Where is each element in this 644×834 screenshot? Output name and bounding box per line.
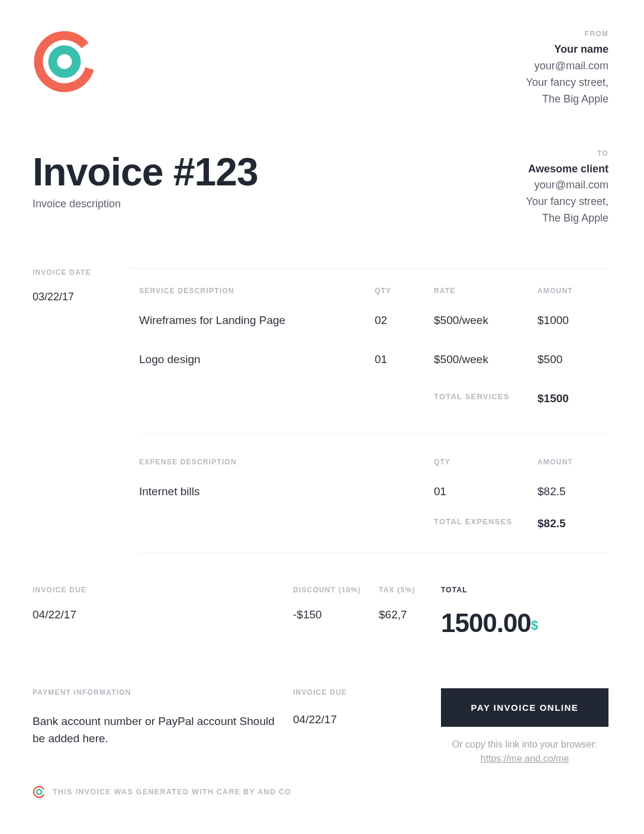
service-row: Wireframes for Landing Page 02 $500/week… (139, 314, 608, 327)
tax-value: $62,7 (379, 608, 441, 621)
services-table: SERVICE DESCRIPTION QTY RATE AMOUNT Wire… (139, 287, 608, 405)
summary-due: 04/22/17 (33, 608, 293, 621)
svg-point-1 (53, 50, 76, 73)
expense-row: Internet bills 01 $82.5 (139, 485, 608, 498)
logo (33, 30, 96, 96)
expenses-table: EXPENSE DESCRIPTION QTY AMOUNT Internet … (139, 458, 608, 530)
service-amount: $500 (537, 353, 608, 366)
invoice-title: Invoice #123 (33, 149, 258, 194)
service-rate: $500/week (434, 314, 537, 327)
pay-invoice-button[interactable]: PAY INVOICE ONLINE (441, 688, 608, 727)
to-name: Awesome client (526, 161, 608, 178)
to-street: Your fancy street, (526, 194, 608, 210)
expenses-header-desc: EXPENSE DESCRIPTION (139, 458, 434, 466)
to-label: TO (526, 149, 608, 158)
service-rate: $500/week (434, 353, 537, 366)
services-header-desc: SERVICE DESCRIPTION (139, 287, 375, 295)
service-desc: Wireframes for Landing Page (139, 314, 375, 327)
from-name: Your name (526, 41, 608, 58)
service-amount: $1000 (537, 314, 608, 327)
from-city: The Big Apple (526, 91, 608, 108)
payment-due: 04/22/17 (293, 713, 441, 726)
to-email: your@mail.com (526, 177, 608, 194)
service-qty: 02 (375, 314, 434, 327)
to-block: TO Awesome client your@mail.com Your fan… (526, 149, 608, 227)
copy-link-prefix: Or copy this link into your browser: (452, 739, 597, 749)
service-row: Logo design 01 $500/week $500 (139, 353, 608, 366)
total-currency: $ (531, 618, 538, 633)
to-city: The Big Apple (526, 210, 608, 227)
expenses-header-amount: AMOUNT (537, 458, 608, 466)
tax-label: TAX (5%) (379, 586, 441, 594)
expense-qty: 01 (434, 485, 537, 498)
expenses-total: $82.5 (537, 517, 608, 530)
service-qty: 01 (375, 353, 434, 366)
expense-amount: $82.5 (537, 485, 608, 498)
payment-info-label: PAYMENT INFORMATION (33, 688, 275, 697)
footer-logo-icon (33, 785, 46, 798)
services-total: $1500 (537, 392, 608, 405)
invoice-date-label: INVOICE DATE (33, 268, 130, 277)
expenses-header-qty: QTY (434, 458, 537, 466)
summary-due-label: INVOICE DUE (33, 586, 293, 594)
svg-point-0 (35, 32, 94, 91)
from-street: Your fancy street, (526, 75, 608, 91)
service-desc: Logo design (139, 353, 375, 366)
services-header-qty: QTY (375, 287, 434, 295)
invoice-description: Invoice description (33, 198, 258, 210)
invoice-title-block: Invoice #123 Invoice description (33, 149, 258, 210)
footer-text: THIS INVOICE WAS GENERATED WITH CARE BY … (53, 788, 291, 796)
payment-info-text: Bank account number or PayPal account Sh… (33, 713, 275, 747)
copy-link-text: Or copy this link into your browser: htt… (441, 737, 608, 766)
from-label: FROM (526, 30, 608, 38)
total-label: TOTAL (441, 586, 538, 594)
services-header-amount: AMOUNT (537, 287, 608, 295)
discount-value: -$150 (293, 608, 379, 621)
expense-desc: Internet bills (139, 485, 434, 498)
copy-link[interactable]: https://me.and.co/me (481, 753, 569, 764)
discount-label: DISCOUNT (10%) (293, 586, 379, 594)
svg-point-2 (34, 787, 44, 797)
svg-point-3 (37, 790, 41, 794)
invoice-date: 03/22/17 (33, 291, 130, 303)
expenses-total-label: TOTAL EXPENSES (434, 517, 537, 530)
from-email: your@mail.com (526, 58, 608, 75)
from-block: FROM Your name your@mail.com Your fancy … (526, 30, 608, 108)
services-header-rate: RATE (434, 287, 537, 295)
total-value: 1500.00 (441, 608, 531, 637)
payment-due-label: INVOICE DUE (293, 688, 441, 697)
services-total-label: TOTAL SERVICES (434, 392, 537, 405)
